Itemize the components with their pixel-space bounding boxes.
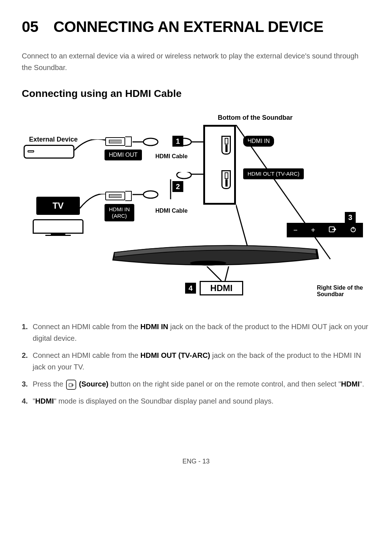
intro-text: Connect to an external device via a wire… [22, 50, 370, 73]
side-panel-buttons: − + [287, 223, 363, 237]
external-device-box [24, 145, 74, 159]
instruction-text: Connect an HDMI cable from the HDMI OUT … [33, 349, 370, 373]
instruction-text: Connect an HDMI cable from the HDMI IN j… [33, 321, 370, 344]
power-icon [350, 226, 356, 233]
instruction-text: "HDMI" mode is displayed on the Soundbar… [33, 395, 274, 407]
page-footer: ENG - 13 [22, 458, 370, 465]
hdmi-in-arc-label: HDMI IN(ARC) [105, 204, 134, 221]
source-icon [328, 226, 336, 233]
svg-line-11 [207, 266, 221, 281]
source-icon-inline [66, 380, 76, 390]
instruction-num: 3. [22, 378, 33, 390]
hdmi-out-port [221, 170, 231, 189]
svg-point-3 [143, 191, 158, 198]
power-button[interactable] [350, 226, 356, 234]
page-title: 05 CONNECTING AN EXTERNAL DEVICE [22, 18, 370, 36]
instruction-num: 2. [22, 349, 33, 373]
hdmi-cable-label-2: HDMI Cable [155, 208, 188, 214]
badge-3: 3 [345, 212, 356, 223]
instruction-num: 4. [22, 395, 33, 407]
source-button[interactable] [328, 226, 336, 234]
instructions-list: 1. Connect an HDMI cable from the HDMI I… [22, 321, 370, 407]
hdmi-out-label: HDMI OUT [105, 150, 142, 160]
instruction-3: 3. Press the (Source) button on the righ… [22, 378, 370, 390]
external-device-label: External Device [29, 136, 78, 143]
bottom-soundbar-label: Bottom of the Soundbar [218, 114, 293, 122]
badge-1: 1 [172, 136, 183, 147]
hdmi-in-port [221, 136, 231, 155]
svg-point-4 [177, 172, 191, 179]
hdmi-cable-label-1: HDMI Cable [155, 153, 188, 160]
badge-4: 4 [185, 283, 196, 294]
svg-point-0 [143, 138, 158, 146]
soundbar-back-panel [203, 125, 236, 205]
badge-2: 2 [172, 181, 183, 192]
curve-line-1 [74, 139, 107, 161]
hdmi-connector-left-2 [105, 191, 132, 201]
instruction-num: 1. [22, 321, 33, 344]
hdmi-display: HDMI [200, 281, 243, 295]
instruction-2: 2. Connect an HDMI cable from the HDMI O… [22, 349, 370, 373]
instruction-1: 1. Connect an HDMI cable from the HDMI I… [22, 321, 370, 344]
connection-diagram: Bottom of the Soundbar External Device H… [22, 110, 370, 310]
right-side-label: Right Side of theSoundbar [317, 285, 363, 298]
tv-label: TV [36, 197, 80, 215]
device-slot-icon [28, 150, 34, 152]
volume-down-button[interactable]: − [293, 226, 298, 234]
svg-point-10 [190, 261, 226, 265]
hdmi-connector-left-1 [105, 136, 132, 147]
cable-2 [132, 172, 205, 201]
instruction-text: Press the (Source) button on the right s… [33, 378, 364, 390]
svg-line-12 [225, 266, 229, 281]
section-title: Connecting using an HDMI Cable [22, 88, 370, 99]
tv-box [33, 219, 83, 234]
tv-stand-base [45, 235, 71, 236]
cable-1 [132, 138, 205, 148]
instruction-4: 4. "HDMI" mode is displayed on the Sound… [22, 395, 370, 407]
volume-up-button[interactable]: + [311, 226, 315, 234]
